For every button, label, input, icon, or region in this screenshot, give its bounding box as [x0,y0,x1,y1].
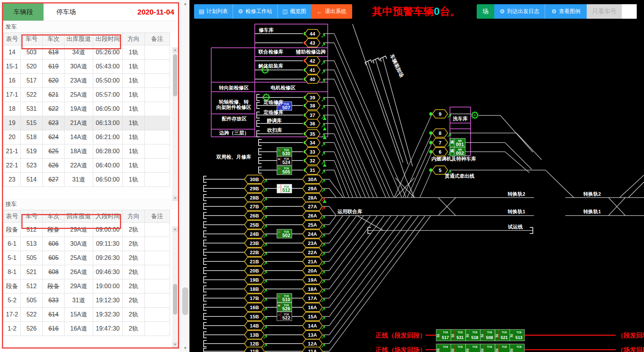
route-arrow-icon [322,124,325,127]
table-row[interactable]: 1853162219A道06:05:001轨 [4,102,170,116]
departure-table: 表号车号车次出库股道出段时间方向备注1450361834道05:26:001轨1… [3,32,178,187]
train-badge-icon: □ [278,295,280,298]
table-cell: 619 [43,60,65,74]
table-row[interactable]: 5-250563331道19:12:302轨 [4,294,170,308]
mainline-badge-type: 正 [495,349,499,352]
arrival-scrollbar[interactable]: ▲ ▼ [172,227,178,347]
arrive-depart-log-button[interactable]: ⚙ 到达出发日志 [494,4,545,19]
mainline-badge-series: TC6 [443,331,448,334]
track-number-label: 7 [439,140,441,146]
arrival-table: 表号车号车次回库股道入段时间方向备注段备512段备29A道09:00:002轨6… [3,210,178,336]
table-row[interactable]: 17-252261415A道19:32:302轨 [4,308,170,322]
track-number-label: 42 [310,58,315,64]
overview-icon: ◫ [282,8,288,15]
mainline-badge-series: TC6 [458,331,463,334]
overview-button[interactable]: ◫ 概览图 [277,4,311,19]
plan-list-button[interactable]: ▤ 计划列表 [194,4,233,19]
only-car-number-checkbox[interactable] [622,4,637,19]
table-cell: 23A道 [65,74,93,88]
route-arrow-icon [264,271,267,274]
table-cell: 521 [21,265,43,279]
table-cell: 31道 [65,173,93,187]
table-cell: 20 [4,130,21,144]
table-cell: 520 [21,60,43,74]
table-cell: 1轨 [123,74,145,88]
tab-bar: 车辆段 停车场 2020-11-04 [3,3,178,21]
column-header: 出库股道 [65,33,93,45]
table-cell: 519 [21,144,43,159]
table-cell: 1轨 [123,88,145,102]
track-line [329,216,391,298]
yard-button[interactable]: 场 [477,4,494,19]
route-arrow-icon [322,171,325,174]
track-number-label: 26A [308,213,317,219]
mainline-badge-number: 521 [501,335,508,340]
table-cell: 523 [21,159,43,173]
table-row[interactable]: 段备512段备29A道09:00:002轨 [4,223,170,237]
train-badge-icon: □ [278,149,280,152]
table-row[interactable]: 1-252661616A道19:47:302轨 [4,322,170,336]
track-diagram: 444342414039383736353433323130B30A29B29A… [189,0,644,352]
track-number-label: 12B [250,341,259,347]
view-legend-button[interactable]: ⚙ 查看图例 [545,4,587,19]
table-cell [145,130,170,144]
table-row[interactable]: 8-152160826A道09:46:302轨 [4,265,170,279]
column-header: 车次 [43,33,65,45]
mainline-badge-type: 正 [510,349,514,352]
table-row[interactable]: 2351462731道06:50:001轨 [4,173,170,187]
exit-system-button[interactable]: ← 退出系统 [311,4,352,19]
tab-parking-yard[interactable]: 停车场 [44,3,89,21]
table-cell: 段备 [4,223,21,237]
table-row[interactable]: 2051862414A道06:21:001轨 [4,130,170,144]
track-line [334,170,345,198]
table-row[interactable]: 1651762023A道05:50:001轨 [4,74,170,88]
route-arrow-icon [322,326,325,329]
track-number-label: 6 [439,149,441,155]
departure-scrollbar[interactable]: ▲ ▼ [172,47,178,201]
track-number-label: 16B [250,305,259,310]
track-number-label: 11A [308,349,317,352]
mainline-badge-type: 正 [451,349,455,352]
table-cell: 16 [4,74,21,88]
table-row[interactable]: 1951562321A道06:13:001轨 [4,116,170,130]
table-cell: 06:05:00 [93,102,123,116]
loco-badge-type: 调 [450,149,454,153]
table-cell: 625 [43,144,65,159]
train-badge-icon: □ [278,167,280,170]
table-row[interactable]: 17-152262125A道05:57:001轨 [4,88,170,102]
table-cell [145,173,170,187]
table-row[interactable]: 段备512段备29A道19:00:002轨 [4,279,170,294]
table-row[interactable]: 1450361834道05:26:001轨 [4,45,170,60]
repair-workstation-button[interactable]: ⚙ 检修工作站 [233,4,277,19]
table-cell: 25A道 [65,251,93,265]
track-line [329,206,336,216]
only-car-number-button[interactable]: 只看车号 [587,4,622,19]
table-row[interactable]: 21-151962518A道06:28:001轨 [4,144,170,159]
table-row[interactable]: 22-152362622A道06:40:001轨 [4,159,170,173]
table-cell: 2轨 [123,237,145,251]
track-line [411,152,432,198]
track-line [334,161,349,198]
table-cell [145,74,170,88]
track-number-label: 19B [250,277,259,283]
mainline-badge-number: 531 [456,335,463,340]
gear-icon[interactable]: ⚙ [470,110,479,121]
table-row[interactable]: 5-150560525A道09:26:302轨 [4,251,170,265]
table-cell: 1轨 [123,173,145,187]
mainline-badge-type: 正 [510,334,514,337]
track-line [329,216,371,271]
route-arrow-icon [322,317,325,320]
table-cell: 15-1 [4,60,21,74]
tab-depot[interactable]: 车辆段 [3,3,44,21]
route-arrow-icon [322,106,325,109]
warning-vehicles-status: 其中预警车辆0台。 [372,4,460,19]
table-row[interactable]: 15-152061930A道05:43:001轨 [4,60,170,74]
track-number-label: 14A [308,323,317,329]
train-badge-icon: □ [278,313,280,316]
route-arrow-icon [322,216,325,219]
table-row[interactable]: 6-151360630A道09:11:302轨 [4,237,170,251]
area-label: 贯通式牵出线 [444,173,474,179]
table-cell: 1-2 [4,322,21,336]
table-cell: 06:28:00 [93,144,123,159]
page-scrollbar[interactable]: ▲ ▼ [180,0,189,352]
